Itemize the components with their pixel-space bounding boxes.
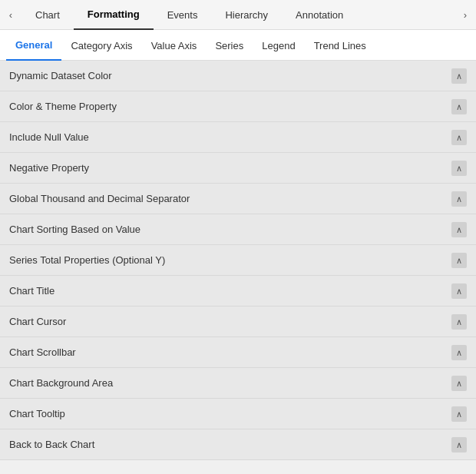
accordion-label-3: Negative Property xyxy=(9,162,89,174)
top-tab-bar: ‹ ChartFormattingEventsHierarchyAnnotati… xyxy=(0,0,476,30)
accordion-container: Dynamic Dataset ColorColor & Theme Prope… xyxy=(0,61,476,460)
accordion-collapse-icon-11[interactable] xyxy=(451,406,467,422)
accordion-item-0[interactable]: Dynamic Dataset Color xyxy=(0,61,476,91)
accordion-label-5: Chart Sorting Based on Value xyxy=(9,224,140,235)
accordion-label-1: Color & Theme Property xyxy=(9,101,117,112)
sub-tab-trend-lines[interactable]: Trend Lines xyxy=(305,30,375,61)
top-tabs-container: ChartFormattingEventsHierarchyAnnotation xyxy=(21,0,455,29)
top-tab-hierarchy[interactable]: Hierarchy xyxy=(211,0,282,30)
accordion-collapse-icon-12[interactable] xyxy=(451,437,467,452)
top-tab-events[interactable]: Events xyxy=(154,0,212,30)
chevron-up-icon xyxy=(456,162,462,174)
accordion-label-12: Back to Back Chart xyxy=(9,439,94,450)
sub-tab-series[interactable]: Series xyxy=(206,30,253,61)
accordion-collapse-icon-9[interactable] xyxy=(451,345,467,360)
top-tab-annotation[interactable]: Annotation xyxy=(282,0,357,30)
accordion-label-9: Chart Scrollbar xyxy=(9,346,76,358)
accordion-label-6: Series Total Properties (Optional Y) xyxy=(9,254,165,266)
accordion-collapse-icon-8[interactable] xyxy=(451,314,467,330)
accordion-item-8[interactable]: Chart Cursor xyxy=(0,307,476,337)
accordion-item-11[interactable]: Chart Tooltip xyxy=(0,399,476,429)
sub-tab-value-axis[interactable]: Value Axis xyxy=(142,30,207,61)
chevron-up-icon xyxy=(456,101,462,112)
accordion-collapse-icon-0[interactable] xyxy=(451,68,467,84)
chevron-up-icon xyxy=(456,254,462,266)
chevron-up-icon xyxy=(456,408,462,419)
accordion-collapse-icon-6[interactable] xyxy=(451,253,467,268)
accordion-collapse-icon-5[interactable] xyxy=(451,222,467,237)
accordion-item-6[interactable]: Series Total Properties (Optional Y) xyxy=(0,245,476,276)
accordion-item-9[interactable]: Chart Scrollbar xyxy=(0,337,476,368)
accordion-collapse-icon-1[interactable] xyxy=(451,99,467,114)
accordion-label-2: Include Null Value xyxy=(9,131,89,143)
chevron-up-icon xyxy=(456,193,462,204)
accordion-item-4[interactable]: Global Thousand and Decimal Separator xyxy=(0,184,476,214)
sub-tab-bar: GeneralCategory AxisValue AxisSeriesLege… xyxy=(0,30,476,61)
chevron-up-icon xyxy=(456,131,462,143)
accordion-collapse-icon-4[interactable] xyxy=(451,191,467,207)
accordion-item-1[interactable]: Color & Theme Property xyxy=(0,91,476,122)
accordion-item-2[interactable]: Include Null Value xyxy=(0,122,476,153)
accordion-collapse-icon-10[interactable] xyxy=(451,376,467,391)
accordion-item-10[interactable]: Chart Background Area xyxy=(0,368,476,399)
chevron-up-icon xyxy=(456,316,462,327)
accordion-label-10: Chart Background Area xyxy=(9,377,113,389)
top-tab-formatting[interactable]: Formatting xyxy=(74,0,154,30)
chevron-up-icon xyxy=(456,377,462,389)
sub-tabs-container: GeneralCategory AxisValue AxisSeriesLege… xyxy=(6,30,375,60)
accordion-label-0: Dynamic Dataset Color xyxy=(9,70,112,81)
chevron-up-icon xyxy=(456,285,462,297)
top-tab-chart[interactable]: Chart xyxy=(21,0,74,30)
accordion-item-5[interactable]: Chart Sorting Based on Value xyxy=(0,214,476,245)
accordion-collapse-icon-2[interactable] xyxy=(451,130,467,145)
next-arrow[interactable]: › xyxy=(455,0,476,30)
accordion-label-11: Chart Tooltip xyxy=(9,408,65,419)
chevron-up-icon xyxy=(456,224,462,235)
sub-tab-general[interactable]: General xyxy=(6,30,61,61)
chevron-up-icon xyxy=(456,346,462,358)
accordion-label-4: Global Thousand and Decimal Separator xyxy=(9,193,190,204)
prev-arrow[interactable]: ‹ xyxy=(0,0,21,30)
accordion-item-3[interactable]: Negative Property xyxy=(0,153,476,184)
accordion-item-7[interactable]: Chart Title xyxy=(0,276,476,307)
accordion-item-12[interactable]: Back to Back Chart xyxy=(0,429,476,460)
accordion-label-8: Chart Cursor xyxy=(9,316,66,327)
accordion-label-7: Chart Title xyxy=(9,285,55,297)
sub-tab-category-axis[interactable]: Category Axis xyxy=(61,30,141,61)
accordion-collapse-icon-3[interactable] xyxy=(451,161,467,176)
sub-tab-legend[interactable]: Legend xyxy=(253,30,304,61)
accordion-collapse-icon-7[interactable] xyxy=(451,283,467,299)
accordion-list: Dynamic Dataset ColorColor & Theme Prope… xyxy=(0,61,476,474)
chevron-up-icon xyxy=(456,439,462,450)
chevron-up-icon xyxy=(456,70,462,81)
